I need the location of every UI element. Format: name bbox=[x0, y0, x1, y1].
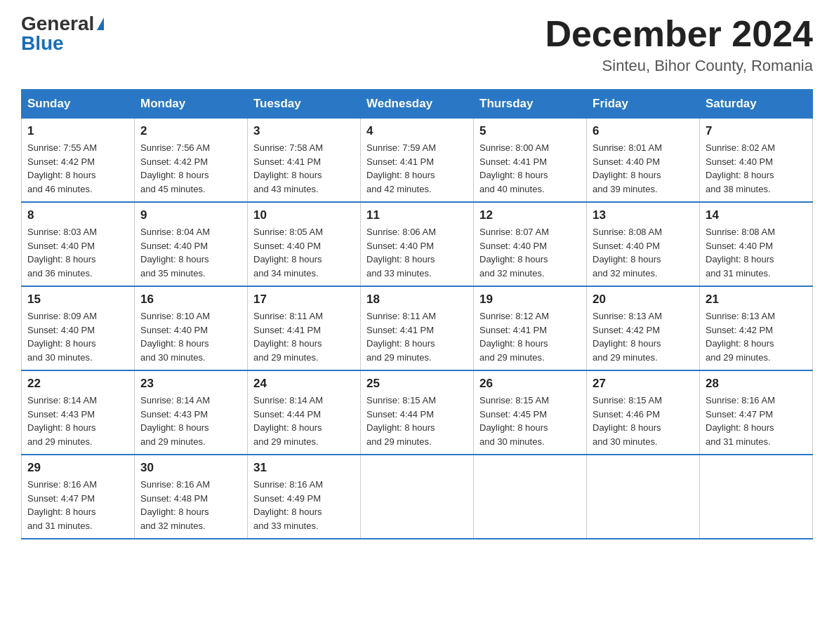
day-info: Sunrise: 8:12 AM Sunset: 4:41 PM Dayligh… bbox=[479, 309, 581, 364]
calendar-day-cell: 10 Sunrise: 8:05 AM Sunset: 4:40 PM Dayl… bbox=[248, 202, 361, 286]
day-info: Sunrise: 8:02 AM Sunset: 4:40 PM Dayligh… bbox=[706, 141, 807, 196]
header-row: SundayMondayTuesdayWednesdayThursdayFrid… bbox=[22, 90, 813, 119]
calendar-day-cell: 11 Sunrise: 8:06 AM Sunset: 4:40 PM Dayl… bbox=[361, 202, 474, 286]
day-number: 16 bbox=[140, 293, 241, 307]
day-of-week-header: Wednesday bbox=[361, 90, 474, 119]
location-title: Sinteu, Bihor County, Romania bbox=[545, 57, 813, 75]
calendar-week-row: 15 Sunrise: 8:09 AM Sunset: 4:40 PM Dayl… bbox=[22, 286, 813, 370]
logo: General Blue bbox=[21, 14, 104, 53]
logo-blue-text: Blue bbox=[21, 32, 64, 54]
day-info: Sunrise: 8:07 AM Sunset: 4:40 PM Dayligh… bbox=[479, 225, 581, 280]
calendar-day-cell: 30 Sunrise: 8:16 AM Sunset: 4:48 PM Dayl… bbox=[135, 455, 248, 539]
calendar-day-cell: 16 Sunrise: 8:10 AM Sunset: 4:40 PM Dayl… bbox=[135, 286, 248, 370]
calendar-day-cell: 20 Sunrise: 8:13 AM Sunset: 4:42 PM Dayl… bbox=[587, 286, 700, 370]
day-info: Sunrise: 8:14 AM Sunset: 4:43 PM Dayligh… bbox=[27, 394, 128, 448]
day-of-week-header: Tuesday bbox=[248, 90, 361, 119]
calendar-day-cell: 14 Sunrise: 8:08 AM Sunset: 4:40 PM Dayl… bbox=[700, 202, 813, 286]
day-number: 2 bbox=[140, 124, 241, 138]
calendar-table: SundayMondayTuesdayWednesdayThursdayFrid… bbox=[21, 89, 813, 539]
month-title: December 2024 bbox=[545, 14, 813, 54]
calendar-day-cell: 15 Sunrise: 8:09 AM Sunset: 4:40 PM Dayl… bbox=[22, 286, 135, 370]
page-header: General Blue December 2024 Sinteu, Bihor… bbox=[21, 14, 813, 75]
day-number: 23 bbox=[140, 377, 241, 391]
day-info: Sunrise: 8:14 AM Sunset: 4:43 PM Dayligh… bbox=[140, 394, 241, 448]
day-info: Sunrise: 8:00 AM Sunset: 4:41 PM Dayligh… bbox=[479, 141, 581, 196]
day-info: Sunrise: 8:16 AM Sunset: 4:48 PM Dayligh… bbox=[140, 478, 241, 532]
day-info: Sunrise: 8:05 AM Sunset: 4:40 PM Dayligh… bbox=[253, 225, 355, 280]
day-info: Sunrise: 7:58 AM Sunset: 4:41 PM Dayligh… bbox=[253, 141, 355, 196]
day-of-week-header: Monday bbox=[135, 90, 248, 119]
day-of-week-header: Sunday bbox=[22, 90, 135, 119]
calendar-day-cell: 31 Sunrise: 8:16 AM Sunset: 4:49 PM Dayl… bbox=[248, 455, 361, 539]
day-of-week-header: Friday bbox=[587, 90, 700, 119]
title-area: December 2024 Sinteu, Bihor County, Roma… bbox=[545, 14, 813, 75]
day-info: Sunrise: 8:15 AM Sunset: 4:44 PM Dayligh… bbox=[366, 394, 468, 448]
calendar-day-cell: 12 Sunrise: 8:07 AM Sunset: 4:40 PM Dayl… bbox=[474, 202, 587, 286]
calendar-day-cell: 18 Sunrise: 8:11 AM Sunset: 4:41 PM Dayl… bbox=[361, 286, 474, 370]
calendar-day-cell: 13 Sunrise: 8:08 AM Sunset: 4:40 PM Dayl… bbox=[587, 202, 700, 286]
day-of-week-header: Thursday bbox=[474, 90, 587, 119]
day-info: Sunrise: 8:08 AM Sunset: 4:40 PM Dayligh… bbox=[706, 225, 807, 280]
day-number: 1 bbox=[27, 124, 128, 138]
day-info: Sunrise: 8:10 AM Sunset: 4:40 PM Dayligh… bbox=[140, 309, 241, 364]
day-number: 15 bbox=[27, 293, 128, 307]
calendar-day-cell: 29 Sunrise: 8:16 AM Sunset: 4:47 PM Dayl… bbox=[22, 455, 135, 539]
day-info: Sunrise: 8:01 AM Sunset: 4:40 PM Dayligh… bbox=[593, 141, 694, 196]
calendar-week-row: 29 Sunrise: 8:16 AM Sunset: 4:47 PM Dayl… bbox=[22, 455, 813, 539]
day-info: Sunrise: 8:13 AM Sunset: 4:42 PM Dayligh… bbox=[706, 309, 807, 364]
day-number: 25 bbox=[366, 377, 468, 391]
day-info: Sunrise: 8:03 AM Sunset: 4:40 PM Dayligh… bbox=[27, 225, 128, 280]
calendar-day-cell: 23 Sunrise: 8:14 AM Sunset: 4:43 PM Dayl… bbox=[135, 370, 248, 455]
calendar-day-cell: 25 Sunrise: 8:15 AM Sunset: 4:44 PM Dayl… bbox=[361, 370, 474, 455]
calendar-day-cell: 17 Sunrise: 8:11 AM Sunset: 4:41 PM Dayl… bbox=[248, 286, 361, 370]
day-number: 10 bbox=[253, 208, 355, 222]
day-number: 20 bbox=[593, 293, 694, 307]
calendar-day-cell: 9 Sunrise: 8:04 AM Sunset: 4:40 PM Dayli… bbox=[135, 202, 248, 286]
day-info: Sunrise: 7:56 AM Sunset: 4:42 PM Dayligh… bbox=[140, 141, 241, 196]
day-number: 14 bbox=[706, 208, 807, 222]
calendar-day-cell: 5 Sunrise: 8:00 AM Sunset: 4:41 PM Dayli… bbox=[474, 119, 587, 203]
calendar-day-cell bbox=[474, 455, 587, 539]
day-info: Sunrise: 7:55 AM Sunset: 4:42 PM Dayligh… bbox=[27, 141, 128, 196]
calendar-day-cell: 7 Sunrise: 8:02 AM Sunset: 4:40 PM Dayli… bbox=[700, 119, 813, 203]
day-info: Sunrise: 8:11 AM Sunset: 4:41 PM Dayligh… bbox=[366, 309, 468, 364]
calendar-day-cell: 21 Sunrise: 8:13 AM Sunset: 4:42 PM Dayl… bbox=[700, 286, 813, 370]
day-info: Sunrise: 8:08 AM Sunset: 4:40 PM Dayligh… bbox=[593, 225, 694, 280]
calendar-day-cell bbox=[587, 455, 700, 539]
day-number: 3 bbox=[253, 124, 355, 138]
day-info: Sunrise: 8:09 AM Sunset: 4:40 PM Dayligh… bbox=[27, 309, 128, 364]
day-info: Sunrise: 8:04 AM Sunset: 4:40 PM Dayligh… bbox=[140, 225, 241, 280]
calendar-day-cell: 22 Sunrise: 8:14 AM Sunset: 4:43 PM Dayl… bbox=[22, 370, 135, 455]
calendar-day-cell: 19 Sunrise: 8:12 AM Sunset: 4:41 PM Dayl… bbox=[474, 286, 587, 370]
day-number: 19 bbox=[479, 293, 581, 307]
day-info: Sunrise: 8:16 AM Sunset: 4:49 PM Dayligh… bbox=[253, 478, 355, 532]
day-info: Sunrise: 8:15 AM Sunset: 4:46 PM Dayligh… bbox=[593, 394, 694, 448]
calendar-day-cell: 28 Sunrise: 8:16 AM Sunset: 4:47 PM Dayl… bbox=[700, 370, 813, 455]
calendar-day-cell: 3 Sunrise: 7:58 AM Sunset: 4:41 PM Dayli… bbox=[248, 119, 361, 203]
calendar-day-cell: 24 Sunrise: 8:14 AM Sunset: 4:44 PM Dayl… bbox=[248, 370, 361, 455]
calendar-day-cell: 26 Sunrise: 8:15 AM Sunset: 4:45 PM Dayl… bbox=[474, 370, 587, 455]
day-number: 30 bbox=[140, 461, 241, 475]
calendar-day-cell: 2 Sunrise: 7:56 AM Sunset: 4:42 PM Dayli… bbox=[135, 119, 248, 203]
day-number: 4 bbox=[366, 124, 468, 138]
calendar-week-row: 8 Sunrise: 8:03 AM Sunset: 4:40 PM Dayli… bbox=[22, 202, 813, 286]
day-number: 9 bbox=[140, 208, 241, 222]
day-number: 22 bbox=[27, 377, 128, 391]
day-info: Sunrise: 8:16 AM Sunset: 4:47 PM Dayligh… bbox=[706, 394, 807, 448]
day-info: Sunrise: 8:15 AM Sunset: 4:45 PM Dayligh… bbox=[479, 394, 581, 448]
day-number: 27 bbox=[593, 377, 694, 391]
day-number: 18 bbox=[366, 293, 468, 307]
day-number: 17 bbox=[253, 293, 355, 307]
day-info: Sunrise: 8:14 AM Sunset: 4:44 PM Dayligh… bbox=[253, 394, 355, 448]
day-number: 28 bbox=[706, 377, 807, 391]
calendar-day-cell: 8 Sunrise: 8:03 AM Sunset: 4:40 PM Dayli… bbox=[22, 202, 135, 286]
day-info: Sunrise: 8:11 AM Sunset: 4:41 PM Dayligh… bbox=[253, 309, 355, 364]
day-number: 13 bbox=[593, 208, 694, 222]
day-number: 12 bbox=[479, 208, 581, 222]
day-info: Sunrise: 8:13 AM Sunset: 4:42 PM Dayligh… bbox=[593, 309, 694, 364]
day-number: 11 bbox=[366, 208, 468, 222]
calendar-day-cell: 1 Sunrise: 7:55 AM Sunset: 4:42 PM Dayli… bbox=[22, 119, 135, 203]
logo-general-text: General bbox=[21, 14, 94, 34]
day-number: 31 bbox=[253, 461, 355, 475]
calendar-day-cell bbox=[361, 455, 474, 539]
